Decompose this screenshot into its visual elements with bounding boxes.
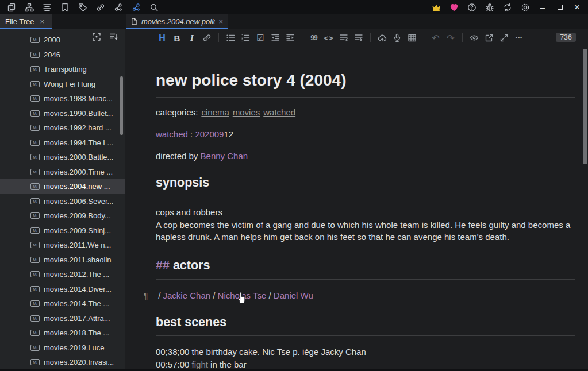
tree-item[interactable]: M↓ 2046 [0,48,125,63]
bullet-list-button[interactable] [225,32,236,44]
editor-scrollbar[interactable] [583,49,587,164]
categories-line: categories:cinemamovieswatched [156,107,575,117]
close-button[interactable]: × [568,1,586,14]
tab-note-label: movies.2004.new polic [141,17,215,26]
redo-button[interactable]: ↷ [445,32,456,44]
director-link[interactable]: Benny Chan [201,151,248,161]
graph-active-icon[interactable] [127,1,145,14]
tab-note-close-icon[interactable]: × [218,17,223,26]
code-button[interactable]: <> [323,32,335,44]
markdown-file-icon: M↓ [30,330,40,336]
search-icon[interactable] [145,1,163,14]
preview-eye-button[interactable] [468,32,480,44]
cloud-upload-button[interactable] [376,32,388,44]
tree-item[interactable]: M↓ movies.1988.Mirac... [0,91,125,106]
minimize-button[interactable]: – [534,1,551,14]
synopsis-paragraph: cops and robbersA cop becomes the victim… [156,206,575,244]
tree-item[interactable]: M↓ movies.1992.hard ... [0,121,125,136]
tab-note[interactable]: movies.2004.new polic × [126,14,228,29]
tree-item[interactable]: M↓ movies.2014.The ... [0,296,125,311]
tree-item[interactable]: M↓ movies.2004.new ... [0,179,125,194]
markdown-file-icon: M↓ [30,52,40,58]
actor-link[interactable]: Nicholas Tse [218,291,267,300]
category-link[interactable]: watched [263,107,295,117]
window-bottom-edge [0,369,588,371]
sync-icon[interactable] [498,1,516,14]
tree-item-label: movies.2014.Diver... [44,285,112,293]
watched-line: watched : 20200912 [156,129,575,139]
tree-item[interactable]: M↓ movies.1994.The L... [0,136,125,150]
pro-crown-icon[interactable] [427,1,445,14]
tab-file-tree-close-icon[interactable]: × [40,17,45,26]
outdent-button[interactable] [270,32,281,44]
tree-item[interactable]: M↓ Wong Fei Hung [0,77,125,92]
file-tree-scrollbar[interactable] [120,76,123,135]
list-arrow-left-icon[interactable] [338,32,349,44]
table-button[interactable] [406,32,418,44]
sort-icon[interactable] [109,32,118,41]
italic-button[interactable]: I [186,32,198,44]
tree-item-label: Trainspotting [44,65,87,74]
tree-item[interactable]: M↓ movies.2012.The ... [0,267,125,282]
toolbar-separator [462,33,463,42]
directed-line: directed by Benny Chan [156,151,575,161]
tree-item[interactable]: M↓ movies.2009.Shinj... [0,223,125,238]
bug-report-icon[interactable] [481,1,498,14]
tree-item[interactable]: M↓ movies.2018.The ... [0,326,125,341]
tab-file-tree[interactable]: File Tree × [0,14,52,29]
tree-item-label: movies.2000.Time ... [44,168,113,176]
tree-item[interactable]: M↓ movies.2006.Sever... [0,194,125,209]
category-link[interactable]: movies [233,107,260,117]
actor-link[interactable]: Daniel Wu [274,291,313,300]
heading-button[interactable]: H [156,32,168,44]
tree-item[interactable]: M↓ Trainspotting [0,62,125,77]
titlebar-right: – × [427,1,586,14]
help-icon[interactable] [463,1,481,14]
actors-heading: ## actors [156,259,575,280]
undo-button[interactable]: ↶ [430,32,441,44]
tree-item[interactable]: M↓ movies.2019.Luce [0,341,125,355]
tree-item[interactable]: M↓ movies.2011.shaolin [0,253,125,268]
tree-item[interactable]: M↓ movies.2000.Time ... [0,165,125,180]
tree-item[interactable]: M↓ movies.1990.Bullet... [0,106,125,121]
scroll-to-active-note-icon[interactable] [91,32,101,41]
category-link[interactable]: cinema [201,107,229,117]
settings-icon[interactable] [516,1,534,14]
microphone-button[interactable] [391,32,403,44]
bold-button[interactable]: B [171,32,183,44]
tag-icon[interactable] [74,1,91,14]
tree-item[interactable]: M↓ movies.2000.Battle... [0,150,125,165]
word-count-badge: 736 [556,33,576,42]
graph-icon[interactable] [109,1,127,14]
link-button[interactable] [201,32,213,44]
watched-date-link[interactable]: 202009 [195,129,224,139]
tree-item[interactable]: M↓ movies.2011.We n... [0,238,125,253]
bookmark-icon[interactable] [56,1,74,14]
indent-button[interactable] [285,32,296,44]
numbered-list-button[interactable] [240,32,251,44]
tree-item[interactable]: M↓ movies.2020.Invasi... [0,355,125,369]
tree-item[interactable]: M↓ movies.2009.Body... [0,208,125,223]
actor-link[interactable]: Jackie Chan [163,291,211,300]
copy-icon[interactable] [2,1,20,14]
markdown-file-icon: M↓ [30,66,40,72]
categories-label: categories: [156,107,198,117]
maximize-button[interactable] [551,1,568,14]
markdown-file-icon: M↓ [30,271,40,277]
todo-list-button[interactable]: ☑ [255,32,266,44]
expand-button[interactable] [498,32,510,44]
titlebar-left-icons [2,1,163,14]
tree-item-label: 2000 [44,36,60,44]
more-options-button[interactable]: ••• [513,32,525,44]
tree-item[interactable]: M↓ movies.2014.Diver... [0,282,125,297]
favorite-heart-icon[interactable] [445,1,463,14]
scene2-link[interactable]: fight [192,360,208,369]
note-tree-icon[interactable] [20,1,38,14]
list-arrow-right-icon[interactable] [353,32,364,44]
note-list-icon[interactable] [38,1,56,14]
block-quote-button[interactable]: 99 [308,32,320,44]
note-content[interactable]: new police story 4 (2004) categories:cin… [125,47,575,369]
open-external-button[interactable] [483,32,495,44]
tree-item[interactable]: M↓ movies.2017.Attra... [0,311,125,326]
link-icon[interactable] [91,1,109,14]
